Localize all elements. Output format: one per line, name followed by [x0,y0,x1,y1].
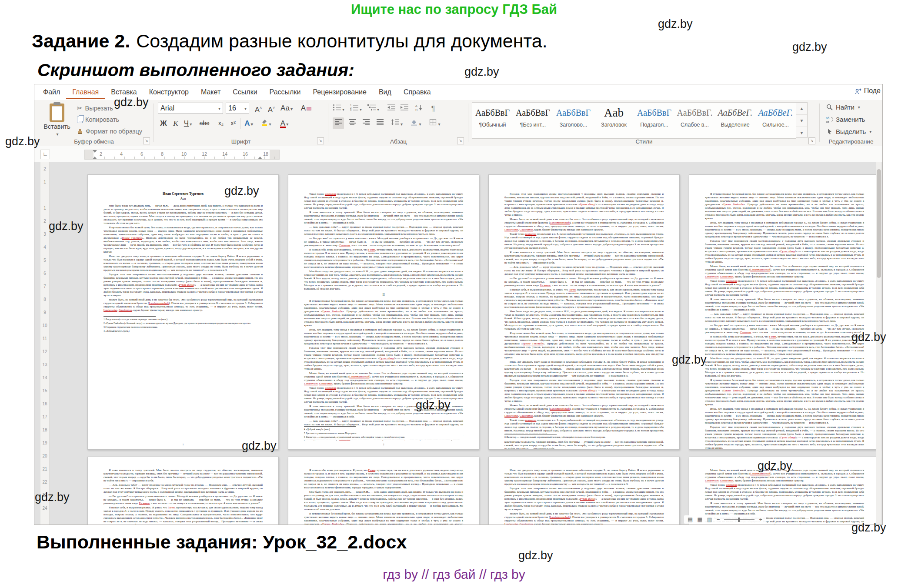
paste-button[interactable]: Вставить ▾ [41,102,73,137]
tab-Конструктор[interactable]: Конструктор [143,84,195,99]
font-name-select[interactable]: Arial▾ [158,103,223,114]
clipboard-dialog-launcher[interactable]: ↘ [143,137,150,144]
strikethrough-button[interactable]: abc [199,117,210,129]
editing-group-label: Редактирование [822,138,880,145]
style-label: Заголово... [553,122,594,128]
style-tile[interactable]: АаБбВвГ¶Без инт... [513,103,553,138]
right-indent-marker[interactable] [258,157,262,159]
align-center-button[interactable] [347,117,358,129]
tab-Макет[interactable]: Макет [195,84,227,99]
styles-dialog-launcher[interactable]: ↘ [808,137,815,144]
clear-formatting-button[interactable]: А [300,102,312,114]
document-page[interactable]: Я тоже вмешался в толпу зрителей. Мне бы… [87,457,279,525]
style-tile[interactable]: АаБбВвГ¶Обычный [472,103,513,138]
document-page[interactable]: Я путешествовал без всякой цели, без пла… [689,174,880,450]
bullets-button[interactable]: ▾ [333,103,344,114]
font-dialog-launcher[interactable]: ↘ [317,137,324,144]
style-tile[interactable]: АаБбВеГ.Сильное... [755,103,796,138]
page-paragraph: Итак, лет двадцать тому назад я проживал… [504,468,664,486]
tab-Ссылки[interactable]: Ссылки [227,84,263,99]
chevron-down-icon: ▾ [869,129,871,134]
bold-button[interactable]: Ж [158,117,169,129]
style-tile[interactable]: АаБбВеГ.Выделение [715,103,755,138]
decrease-indent-button[interactable] [386,103,397,114]
footnote: 1 Ландсманшафт — в дословном переводе: з… [103,318,263,321]
tab-selector[interactable]: ∟ [40,150,50,159]
superscript-button[interactable]: х² [227,117,239,129]
align-left-icon [334,119,342,126]
styles-more-icon[interactable]: ▼̲ [796,127,807,139]
font-color-button[interactable]: А▾ [279,117,290,129]
scrollbar-thumb[interactable] [877,169,881,278]
tab-Рецензирование[interactable]: Рецензирование [307,84,373,99]
zoom-in-icon[interactable]: + [759,516,762,523]
paragraph-dialog-launcher[interactable]: ↘ [457,137,464,144]
align-left-button[interactable] [333,117,344,129]
show-paragraph-marks-button[interactable]: ¶ [427,103,439,114]
tab-Главная[interactable]: Главная [66,84,105,99]
tab-Вид[interactable]: Вид [373,84,397,99]
styles-gallery-scroll[interactable]: ▲ ▼ ▼̲ [796,102,808,138]
align-right-button[interactable] [361,117,372,129]
format-painter-button[interactable]: Формат по образцу [77,128,142,135]
increase-indent-button[interactable] [399,103,410,114]
style-tile[interactable]: АabЗаголовок [594,103,634,138]
zoom-out-icon[interactable]: − [717,516,720,523]
page-paragraph: Мне было тогда лет двадцать пять, — нача… [504,310,664,331]
style-tile[interactable]: АаБбВвГ.Слабое в... [674,103,715,138]
copy-button[interactable]: Копировать [77,116,119,123]
subscript-button[interactable]: х₂ [215,117,227,129]
print-layout-icon[interactable]: ▦ [697,516,702,523]
grow-font-button[interactable]: А˄ [253,102,264,114]
borders-button[interactable]: ▾ [429,117,441,129]
increase-indent-icon [400,104,409,111]
select-button[interactable]: Выделить ▾ [826,128,871,135]
style-sample: АаБбВвГ. [674,106,715,119]
font-size-select[interactable]: 16▾ [226,103,249,114]
tab-Справка[interactable]: Справка [397,84,437,99]
document-page[interactable]: Итак, лет двадцать тому назад я проживал… [488,457,680,525]
styles-scroll-down-icon[interactable]: ▼ [796,115,807,127]
italic-button[interactable]: К [170,117,181,129]
page-paragraph: Итак, лет двадцать тому назад я проживал… [705,221,864,238]
zoom-slider[interactable] [724,519,754,520]
replace-button[interactable]: абав Заменить [826,116,865,123]
font-color-glyph: А [280,117,285,129]
document-page[interactable]: Такой точно коммерш происходил в г. З. п… [288,174,479,450]
page-paragraph: Я назвал себя, и мы разговорились. Я узн… [103,506,263,525]
read-mode-icon[interactable]: ▤ [688,516,693,523]
first-line-indent-marker[interactable] [93,150,97,153]
style-tile[interactable]: АаБбВвГПодзагол... [634,103,674,138]
find-button[interactable]: Найти ▾ [826,104,860,111]
document-page[interactable]: Городок этот мне понравился своим местоп… [488,174,680,450]
shading-button[interactable]: ▾ [410,117,421,129]
shrink-font-button[interactable]: А˅ [266,102,277,114]
highlight-button[interactable]: ▾ [260,117,272,129]
underline-button[interactable]: Ч▾ [182,117,194,129]
chevron-down-icon: ▾ [244,106,247,111]
styles-scroll-up-icon[interactable]: ▲ [796,103,807,115]
web-layout-icon[interactable]: ▥ [707,516,712,523]
change-case-button[interactable]: Аа▾ [280,102,293,114]
numbering-button[interactable]: 123▾ [350,103,362,114]
share-button[interactable]: Поде [855,87,881,95]
document-page[interactable]: Иван Сергеевич ТургеневАсяМне было тогда… [87,174,279,450]
cut-button[interactable]: ✂ Вырезать [77,104,113,112]
footnotes: 6 Филистер — самодовольный, ограниченный… [504,434,664,440]
sort-button[interactable]: АЯ [414,103,425,114]
chevron-down-icon: ▾ [290,107,293,111]
text-effects-button[interactable]: А▾ [243,117,254,129]
clear-formatting-glyph: А [301,104,306,112]
horizontal-ruler[interactable]: 24681012141618 [84,150,280,160]
page-text: Итак, лет двадцать тому назад я проживал… [489,457,679,525]
zoom-slider-handle[interactable] [738,518,740,522]
line-spacing-button[interactable]: ▾ [391,117,403,129]
style-tile[interactable]: АаБбВвГЗаголово... [553,103,594,138]
multilevel-list-button[interactable]: ▾ [367,103,379,114]
document-page[interactable]: Я назвал себя, и мы разговорились. Я узн… [288,457,479,525]
tab-Файл[interactable]: Файл [37,84,66,99]
justify-button[interactable] [374,117,386,129]
tab-Рассылки[interactable]: Рассылки [264,84,307,99]
hanging-indent-marker[interactable] [93,157,97,159]
page-paragraph: Я тоже вмешался в толпу зрителей. Мне бы… [504,251,664,264]
